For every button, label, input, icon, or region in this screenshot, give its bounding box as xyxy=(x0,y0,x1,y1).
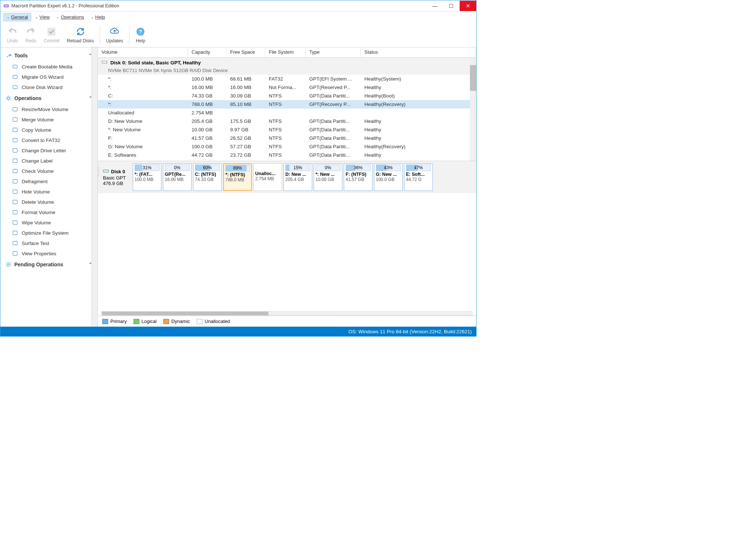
table-row[interactable]: *: New Volume10.00 GB9.97 GBNTFSGPT(Data… xyxy=(98,125,476,134)
window-title: Macrorit Partition Expert v6.1.2 - Profe… xyxy=(11,3,427,8)
sidebar-item-convert-to-fat32[interactable]: Convert to FAT32 xyxy=(4,135,94,145)
section-operations[interactable]: Operations ⌃ xyxy=(4,92,94,104)
sidebar-item-clone-disk-wizard[interactable]: Clone Disk Wizard xyxy=(4,82,94,92)
section-pending[interactable]: Pending Operations ⌃ xyxy=(4,259,94,270)
sidebar-item-delete-volume[interactable]: Delete Volume xyxy=(4,197,94,207)
svg-rect-22 xyxy=(13,241,17,245)
usb-icon xyxy=(12,64,18,70)
table-row[interactable]: Unallocated2.754 MB xyxy=(98,109,476,117)
table-row[interactable]: *:16.00 MB16.00 MBNot Forma...GPT(Reserv… xyxy=(98,83,476,92)
partition-block[interactable]: 36%F: (NTFS)41.57 GB xyxy=(344,163,372,191)
partition-block[interactable]: 0%*: New ...10.00 GB xyxy=(314,163,342,191)
operation-icon xyxy=(12,230,18,236)
disk-icon xyxy=(103,168,109,175)
svg-rect-10 xyxy=(13,118,17,121)
sidebar-item-change-drive-letter[interactable]: Change Drive Letter xyxy=(4,145,94,156)
partition-block[interactable]: 43%G: New ...100.0 GB xyxy=(374,163,403,191)
svg-rect-19 xyxy=(13,210,17,214)
svg-rect-1 xyxy=(4,5,8,7)
sidebar-item-defragment[interactable]: Defragment xyxy=(4,176,94,186)
sidebar-item-migrate-os-wizard[interactable]: Migrate OS Wizard xyxy=(4,72,94,82)
col-type[interactable]: Type xyxy=(306,47,361,57)
scrollbar-horizontal[interactable] xyxy=(101,311,473,316)
splitter-handle[interactable]: ⋮ xyxy=(98,167,99,176)
svg-rect-24 xyxy=(102,61,107,63)
sidebar-item-change-label[interactable]: Change Label xyxy=(4,156,94,166)
menu-general[interactable]: ⌄General xyxy=(3,13,31,21)
table-row[interactable]: E: Softwares44.72 GB23.72 GBNTFSGPT(Data… xyxy=(98,151,476,159)
help-button[interactable]: ? Help xyxy=(132,25,149,45)
scrollbar[interactable] xyxy=(470,58,476,161)
sidebar-item-check-volume[interactable]: Check Volume xyxy=(4,166,94,176)
titlebar: Macrorit Partition Expert v6.1.2 - Profe… xyxy=(0,0,476,11)
col-free[interactable]: Free Space xyxy=(227,47,265,57)
redo-button[interactable]: Redo xyxy=(22,25,40,45)
partition-block[interactable]: 0%GPT(Re...16.00 MB xyxy=(163,163,192,191)
partition-block[interactable]: 31%*: (FAT...100.0 MB xyxy=(133,163,161,191)
undo-button[interactable]: Undo xyxy=(3,25,22,45)
sidebar-item-wipe-volume[interactable]: Wipe Volume xyxy=(4,217,94,228)
operation-icon xyxy=(12,209,18,215)
grid-header: Volume Capacity Free Space File System T… xyxy=(98,47,476,58)
svg-rect-11 xyxy=(13,128,17,132)
col-volume[interactable]: Volume xyxy=(98,47,188,57)
table-row[interactable]: D: New Volume205.4 GB175.5 GBNTFSGPT(Dat… xyxy=(98,117,476,125)
partition-block[interactable]: 15%D: New ...205.4 GB xyxy=(284,163,312,191)
section-tools[interactable]: Tools ⌃ xyxy=(4,50,94,61)
legend-dynamic: Dynamic xyxy=(163,319,190,324)
col-status[interactable]: Status xyxy=(361,47,476,57)
sidebar-item-create-bootable-media[interactable]: Create Bootable Media xyxy=(4,61,94,72)
svg-rect-12 xyxy=(13,138,17,142)
sidebar-item-surface-test[interactable]: Surface Test xyxy=(4,238,94,248)
main-panel: ⋮ Volume Capacity Free Space File System… xyxy=(98,47,476,327)
sidebar-item-view-properties[interactable]: View Properties xyxy=(4,248,94,259)
operation-icon xyxy=(12,168,18,174)
sidebar: Tools ⌃ Create Bootable MediaMigrate OS … xyxy=(0,47,98,327)
svg-rect-18 xyxy=(13,200,17,204)
col-fs[interactable]: File System xyxy=(265,47,306,57)
sidebar-item-resize-move-volume[interactable]: Resize/Move Volume xyxy=(4,104,94,114)
svg-rect-5 xyxy=(13,65,17,68)
table-row[interactable]: *:100.0 MB68.61 MBFAT32GPT(EFI System ..… xyxy=(98,75,476,83)
operation-icon xyxy=(12,189,18,195)
svg-rect-20 xyxy=(13,221,17,224)
legend-primary: Primary xyxy=(102,319,127,324)
partition-block[interactable]: 89%*: (NTFS)788.0 MB xyxy=(223,163,252,191)
operation-icon xyxy=(12,251,18,256)
sidebar-item-format-volume[interactable]: Format Volume xyxy=(4,207,94,217)
reload-disks-button[interactable]: Reload Disks xyxy=(63,25,98,45)
menu-operations[interactable]: ⌄Operations xyxy=(53,13,87,21)
table-row[interactable]: *:788.0 MB85.10 MBNTFSGPT(Recovery P...H… xyxy=(98,100,476,109)
sidebar-item-optimize-file-system[interactable]: Optimize File System xyxy=(4,228,94,238)
col-capacity[interactable]: Capacity xyxy=(188,47,227,57)
partition-block[interactable]: 47%E: Soft...44.72 G xyxy=(404,163,433,191)
svg-rect-9 xyxy=(13,107,17,111)
scrollbar[interactable] xyxy=(91,47,97,327)
commit-button[interactable]: Commit xyxy=(40,25,63,45)
tools-icon xyxy=(6,53,11,58)
operation-icon xyxy=(12,178,18,184)
svg-rect-17 xyxy=(13,190,17,193)
statusbar: OS: Windows 11 Pro 64-bit (Version:22H2,… xyxy=(0,327,476,336)
table-row[interactable]: G: New Volume100.0 GB57.27 GBNTFSGPT(Dat… xyxy=(98,142,476,151)
close-button[interactable]: ✕ xyxy=(460,1,476,11)
operation-icon xyxy=(12,240,18,246)
table-row[interactable]: C:74.33 GB30.09 GBNTFSGPT(Data Partiti..… xyxy=(98,92,476,100)
diskmap-disk-info[interactable]: Disk 0 Basic GPT 476.9 GB xyxy=(100,163,131,191)
disk-header[interactable]: Disk 0: Solid state, Basic GPT, Healthy xyxy=(98,58,476,68)
sidebar-item-copy-volume[interactable]: Copy Volume xyxy=(4,125,94,135)
partition-block[interactable]: 60%C: (NTFS)74.33 GB xyxy=(193,163,222,191)
menu-view[interactable]: ⌄View xyxy=(32,13,53,21)
maximize-button[interactable]: ☐ xyxy=(443,1,460,11)
minimize-button[interactable]: ― xyxy=(427,1,443,11)
clone-icon xyxy=(12,84,18,90)
table-row[interactable]: F:41.57 GB26.52 GBNTFSGPT(Data Partiti..… xyxy=(98,134,476,142)
svg-rect-25 xyxy=(103,170,108,172)
help-icon: ? xyxy=(135,26,146,37)
partition-block[interactable]: Unalloc...2.754 MB xyxy=(253,163,282,191)
menu-help[interactable]: ⌄Help xyxy=(88,13,108,21)
sidebar-item-hide-volume[interactable]: Hide Volume xyxy=(4,186,94,197)
sidebar-item-merge-volume[interactable]: Merge Volume xyxy=(4,114,94,125)
updates-button[interactable]: Updates xyxy=(102,25,127,45)
ellipsis-row: ..... xyxy=(98,159,476,161)
